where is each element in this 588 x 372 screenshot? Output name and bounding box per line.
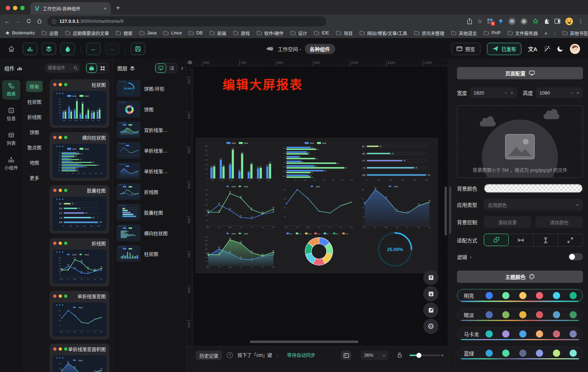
console-panel-button[interactable]: [341, 351, 351, 360]
component-card[interactable]: 胶囊柱图 厦门20南阳40北京60上海80新疆100020406080100: [50, 185, 109, 234]
bookmarks-overflow-icon[interactable]: »: [545, 30, 547, 36]
layer-item[interactable]: 饼图: [117, 101, 182, 117]
theme-option-macaron[interactable]: 马卡龙: [457, 327, 583, 340]
layers-panel-toggle-button[interactable]: [42, 43, 56, 55]
component-thumbnail[interactable]: data1data2050100150200250300350120200150…: [52, 250, 106, 284]
widget-dual-line-chart[interactable]: data1data2050100150200250300350120200150…: [201, 185, 277, 230]
category-item[interactable]: 散点图: [24, 142, 45, 153]
theme-color-dot[interactable]: [536, 330, 543, 338]
theme-color-dot[interactable]: [519, 330, 526, 338]
extension-icon-green-star[interactable]: [532, 18, 539, 25]
background-color-swatch[interactable]: [484, 184, 583, 193]
component-thumbnail[interactable]: data1data2050100150200250300350120200150…: [52, 91, 106, 125]
theme-color-dot[interactable]: [486, 350, 493, 357]
minimize-window-button[interactable]: [13, 6, 17, 10]
save-button[interactable]: [131, 43, 145, 55]
bookmark-folder[interactable]: 设计: [290, 30, 307, 37]
increment-icon[interactable]: +: [576, 90, 579, 96]
theme-color-dot[interactable]: [570, 330, 577, 338]
download-button[interactable]: [423, 286, 438, 301]
theme-color-dot[interactable]: [502, 330, 509, 338]
nav-tab[interactable]: 小组件: [2, 154, 20, 174]
fit-height-button[interactable]: [534, 234, 558, 246]
category-item[interactable]: 地图: [26, 157, 43, 168]
bookmark-folder[interactable]: 游戏: [233, 30, 250, 37]
category-item[interactable]: 柱状图: [24, 96, 45, 107]
page-config-header[interactable]: 页面配置: [457, 67, 583, 79]
bookmark-folder[interactable]: Linux: [163, 30, 182, 35]
project-name-badge[interactable]: 各种组件: [305, 44, 335, 54]
category-item[interactable]: 饼图: [26, 126, 43, 138]
theme-color-dot[interactable]: [536, 350, 543, 357]
app-home-icon[interactable]: [8, 46, 15, 52]
user-avatar[interactable]: [570, 44, 580, 54]
theme-option-bluegreen[interactable]: 蓝绿: [457, 347, 583, 360]
layer-item[interactable]: 25.00% 饼图-环形: [117, 80, 182, 97]
extension-icon-grid[interactable]: 9: [487, 18, 493, 24]
nav-tab[interactable]: 图表: [2, 80, 20, 100]
widget-gradient-line-chart[interactable]: data10501001502001202001508070110130MonT…: [357, 185, 433, 230]
theme-color-dot[interactable]: [570, 350, 577, 357]
clear-background-button[interactable]: 清除背景: [484, 216, 531, 228]
layer-item[interactable]: 双折线渐…: [117, 121, 182, 138]
category-item[interactable]: 所有: [26, 81, 43, 92]
layer-item[interactable]: 胶囊柱图: [117, 204, 182, 221]
language-toggle-icon[interactable]: 文A: [528, 45, 537, 53]
decrement-icon[interactable]: −: [570, 90, 573, 96]
theme-color-dot[interactable]: [536, 311, 543, 318]
lock-icon[interactable]: [397, 352, 403, 358]
height-stepper[interactable]: 1080−+: [536, 87, 583, 98]
filter-toggle-button[interactable]: [60, 43, 75, 55]
extension-icon-circle[interactable]: [520, 18, 528, 25]
zoom-slider[interactable]: [410, 351, 441, 360]
theme-color-dot[interactable]: [553, 330, 560, 338]
theme-option-bright[interactable]: 明亮: [457, 289, 583, 302]
height-value[interactable]: 1080: [539, 90, 550, 96]
zoom-level-select[interactable]: 36%: [361, 351, 388, 360]
decrement-icon[interactable]: −: [504, 90, 507, 96]
nav-tab[interactable]: 列表: [2, 129, 20, 149]
home-icon[interactable]: [37, 18, 42, 24]
canvas-title-text[interactable]: 编辑大屏报表: [223, 75, 303, 93]
eye-icon[interactable]: [187, 60, 193, 65]
help-icon[interactable]: ?: [227, 352, 233, 358]
publish-button[interactable]: 已发布: [487, 43, 522, 55]
theme-color-dot[interactable]: [553, 350, 560, 357]
bookmark-folder[interactable]: 其他语言: [451, 30, 477, 37]
bookmarks-manager-item[interactable]: ★Bookmarks: [5, 30, 35, 36]
redo-button[interactable]: →: [105, 43, 119, 55]
browser-tab[interactable]: 工作空间-各种组件 ×: [30, 2, 111, 14]
browser-menu-icon[interactable]: ⋮: [578, 18, 584, 24]
theme-color-dot[interactable]: [519, 311, 526, 318]
filter-toggle-switch[interactable]: [568, 253, 583, 260]
reload-icon[interactable]: [26, 18, 32, 24]
extension-icon-diamond[interactable]: [498, 18, 504, 24]
undo-button[interactable]: ←: [86, 43, 101, 55]
component-view-toggle[interactable]: [86, 63, 97, 73]
expand-arrow-icon[interactable]: ›: [470, 254, 471, 260]
theme-color-dot[interactable]: [553, 292, 560, 299]
dark-mode-moon-icon[interactable]: [557, 46, 563, 52]
theme-color-header[interactable]: 主题颜色: [457, 271, 583, 283]
widget-bar-chart[interactable]: data1data2050100150200250300350120200150…: [201, 141, 277, 183]
bookmark-folder[interactable]: Java: [139, 30, 156, 35]
macos-window-controls[interactable]: [0, 6, 30, 14]
layer-item[interactable]: 单折线渐…: [117, 163, 182, 179]
theme-color-dot[interactable]: [502, 350, 509, 357]
canvas-body[interactable]: 编辑大屏报表 data1data205010015020025030035012…: [193, 66, 448, 346]
component-thumbnail[interactable]: data10501001502001202001508070110130MonT…: [52, 355, 106, 372]
width-value[interactable]: 1920: [474, 90, 484, 96]
increment-icon[interactable]: +: [511, 90, 513, 96]
grid-view-toggle[interactable]: [97, 63, 108, 73]
maximize-window-button[interactable]: [20, 6, 25, 10]
theme-color-dot[interactable]: [570, 311, 577, 318]
widget-progress-ring[interactable]: 25.00%: [357, 232, 433, 270]
category-item[interactable]: 更多: [26, 172, 43, 183]
settings-gear-icon[interactable]: ⚙: [423, 319, 438, 334]
theme-color-dot[interactable]: [519, 292, 526, 299]
preview-button[interactable]: 预览: [451, 43, 480, 55]
fit-scale-button[interactable]: [484, 234, 509, 246]
bookmark-folder[interactable]: DB: [189, 30, 202, 35]
layer-item[interactable]: 横向柱状图: [117, 225, 182, 241]
theme-color-dot[interactable]: [486, 330, 493, 338]
